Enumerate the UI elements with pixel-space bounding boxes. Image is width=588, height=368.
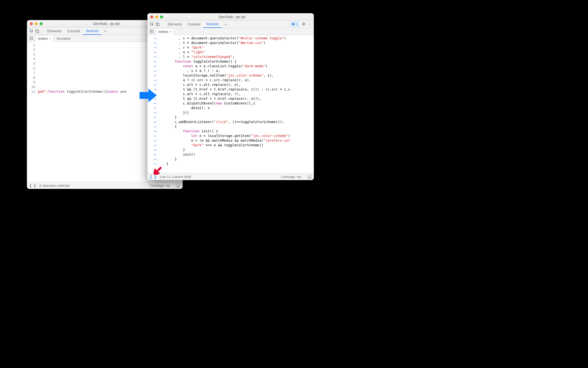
- inspect-icon[interactable]: [28, 28, 34, 34]
- svg-rect-9: [293, 24, 294, 24]
- tab-elements[interactable]: Elements: [44, 27, 64, 35]
- svg-rect-2: [37, 30, 39, 33]
- close-icon[interactable]: [30, 22, 33, 25]
- zoom-icon[interactable]: [160, 15, 163, 18]
- pretty-print-icon[interactable]: { }: [29, 184, 36, 188]
- svg-rect-8: [293, 23, 294, 24]
- kebab-icon[interactable]: ⋮: [306, 21, 312, 27]
- devtools-window-right: DevTools - jec.fyi/ ElementsConsoleSourc…: [147, 13, 314, 180]
- zoom-icon[interactable]: [40, 22, 43, 25]
- statusbar: { } Line 11, Column 3939 Coverage: n/a ▲: [147, 173, 314, 180]
- more-tabs[interactable]: »: [222, 21, 230, 28]
- traffic-lights: [150, 15, 163, 18]
- file-tab-label: :formatted: [56, 37, 71, 40]
- main-toolbar: ElementsConsoleSources » 1 ⚙ ⋮: [147, 21, 314, 28]
- collapse-icon[interactable]: ▲: [307, 175, 311, 179]
- status-coverage: Coverage: n/a: [150, 184, 170, 187]
- file-tabs: (index) ×: [147, 28, 314, 35]
- code-content[interactable]: , c = document.querySelector("#color-sch…: [157, 35, 314, 173]
- statusbar: { } 9 characters selected Coverage: n/a …: [27, 182, 183, 189]
- collapse-icon[interactable]: ▲: [176, 184, 180, 188]
- minimize-icon[interactable]: [155, 15, 158, 18]
- gear-icon[interactable]: ⚙: [301, 21, 306, 27]
- navigator-toggle-icon[interactable]: [28, 35, 34, 41]
- tab-elements[interactable]: Elements: [165, 21, 185, 28]
- close-icon[interactable]: [150, 15, 153, 18]
- file-tab-index[interactable]: (index) ×: [35, 35, 54, 42]
- issues-button[interactable]: 1: [290, 22, 299, 26]
- more-tabs[interactable]: »: [101, 27, 109, 35]
- navigator-toggle-icon[interactable]: [149, 28, 155, 34]
- inspect-icon[interactable]: [149, 21, 155, 27]
- annotation-arrow-blue: [140, 89, 157, 102]
- device-toggle-icon[interactable]: [34, 28, 40, 34]
- tab-sources[interactable]: Sources: [83, 27, 101, 35]
- device-toggle-icon[interactable]: [155, 21, 161, 27]
- line-gutter: [147, 35, 153, 173]
- issues-count: 1: [296, 23, 297, 26]
- tab-console[interactable]: Console: [185, 21, 203, 28]
- status-position: Line 11, Column 3939: [160, 175, 191, 179]
- file-tab-index[interactable]: (index) ×: [156, 28, 174, 35]
- code-editor[interactable]: –––––––––––––––––––––––––––– , c = docum…: [147, 35, 314, 173]
- status-coverage: Coverage: n/a: [281, 175, 301, 179]
- minimize-icon[interactable]: [35, 22, 38, 25]
- tab-sources[interactable]: Sources: [203, 21, 222, 28]
- close-icon[interactable]: ×: [170, 30, 172, 34]
- file-tab-label: (index): [38, 37, 48, 40]
- fold-gutter[interactable]: ––––––––––––––––––––––––––––: [153, 35, 157, 173]
- traffic-lights: [30, 22, 43, 25]
- file-tab-label: (index): [158, 30, 168, 34]
- window-title: DevTools - jec.fyi/: [163, 15, 302, 19]
- status-selection: 9 characters selected: [39, 184, 70, 187]
- titlebar[interactable]: DevTools - jec.fyi/: [147, 13, 314, 21]
- annotation-arrow-red: [153, 167, 162, 175]
- file-tab-formatted[interactable]: :formatted: [54, 35, 73, 42]
- tab-console[interactable]: Console: [64, 27, 83, 35]
- line-gutter: 1234567891011: [27, 42, 37, 182]
- close-icon[interactable]: ×: [49, 37, 51, 40]
- svg-rect-6: [158, 23, 159, 26]
- pretty-print-icon[interactable]: { }: [150, 175, 156, 179]
